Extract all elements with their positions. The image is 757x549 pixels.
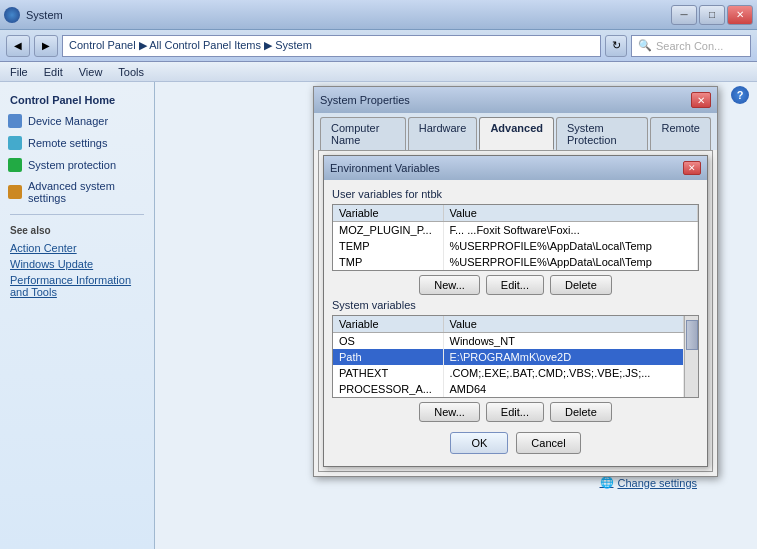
sidebar-divider [10, 214, 144, 215]
ok-button[interactable]: OK [450, 432, 508, 454]
table-row[interactable]: PROCESSOR_A... AMD64 [333, 381, 684, 397]
sys-row2-variable: PATHEXT [333, 365, 443, 381]
search-placeholder: Search Con... [656, 40, 723, 52]
user-new-button[interactable]: New... [419, 275, 480, 295]
user-var-col-variable: Variable [333, 205, 443, 222]
sidebar-action-center[interactable]: Action Center [0, 240, 154, 256]
dialog-close-button[interactable]: ✕ [691, 92, 711, 108]
table-row[interactable]: TMP %USERPROFILE%\AppData\Local\Temp [333, 254, 698, 270]
tab-system-protection[interactable]: System Protection [556, 117, 648, 150]
sidebar-home-link[interactable]: Control Panel Home [0, 90, 154, 110]
sys-row1-variable: Path [333, 349, 443, 365]
user-row2-variable: TMP [333, 254, 443, 270]
sys-var-col-variable: Variable [333, 316, 443, 333]
tab-hardware[interactable]: Hardware [408, 117, 478, 150]
sidebar-item-remote-settings[interactable]: Remote settings [0, 132, 154, 154]
user-table-wrap: Variable Value MOZ_PLUGIN_P... F... ...F… [333, 205, 698, 270]
system-properties-dialog: System Properties ✕ Computer Name Hardwa… [313, 86, 718, 477]
help-button[interactable]: ? [731, 86, 749, 104]
globe-icon: 🌐 [600, 476, 614, 489]
change-settings-link[interactable]: 🌐 Change settings [600, 476, 698, 489]
search-box[interactable]: 🔍 Search Con... [631, 35, 751, 57]
cancel-button[interactable]: Cancel [516, 432, 580, 454]
user-variables-table: Variable Value MOZ_PLUGIN_P... F... ...F… [333, 205, 698, 270]
sys-var-col-value: Value [443, 316, 684, 333]
title-bar-title: System [26, 9, 671, 21]
sidebar-item-advanced-system[interactable]: Advanced system settings [0, 176, 154, 208]
user-variables-label: User variables for ntbk [332, 188, 699, 200]
user-delete-button[interactable]: Delete [550, 275, 612, 295]
sidebar-label-system-protection: System protection [28, 159, 116, 171]
tabs-row: Computer Name Hardware Advanced System P… [314, 113, 717, 150]
title-bar: System ─ □ ✕ [0, 0, 757, 30]
sys-row3-value: AMD64 [443, 381, 684, 397]
sidebar-item-system-protection[interactable]: System protection [0, 154, 154, 176]
bottom-buttons-row: OK Cancel [332, 426, 699, 458]
system-delete-button[interactable]: Delete [550, 402, 612, 422]
see-also-label: See also [0, 221, 154, 240]
system-variables-table-container: Variable Value OS Windows_NT [332, 315, 699, 398]
table-row[interactable]: OS Windows_NT [333, 333, 684, 350]
table-row-selected[interactable]: Path E:\PROGRAMmK\ove2D [333, 349, 684, 365]
advanced-system-icon [8, 185, 22, 199]
sidebar-label-remote-settings: Remote settings [28, 137, 107, 149]
system-edit-button[interactable]: Edit... [486, 402, 544, 422]
system-new-button[interactable]: New... [419, 402, 480, 422]
system-buttons-row: New... Edit... Delete [332, 402, 699, 422]
env-dialog-title-bar: Environment Variables ✕ [324, 156, 707, 180]
sys-row0-value: Windows_NT [443, 333, 684, 350]
sys-row2-value: .COM;.EXE;.BAT;.CMD;.VBS;.VBE;.JS;... [443, 365, 684, 381]
table-row[interactable]: TEMP %USERPROFILE%\AppData\Local\Temp [333, 238, 698, 254]
menu-bar: File Edit View Tools [0, 62, 757, 82]
main-area: Control Panel Home Device Manager Remote… [0, 82, 757, 549]
breadcrumb-text: Control Panel ▶ All Control Panel Items … [69, 39, 312, 52]
menu-edit[interactable]: Edit [44, 66, 63, 78]
window-icon [4, 7, 20, 23]
breadcrumb[interactable]: Control Panel ▶ All Control Panel Items … [62, 35, 601, 57]
tab-advanced[interactable]: Advanced [479, 117, 554, 150]
system-variables-label: System variables [332, 299, 699, 311]
system-variables-table: Variable Value OS Windows_NT [333, 316, 684, 397]
minimize-button[interactable]: ─ [671, 5, 697, 25]
maximize-button[interactable]: □ [699, 5, 725, 25]
user-buttons-row: New... Edit... Delete [332, 275, 699, 295]
user-row0-value: F... ...Foxit Software\Foxi... [443, 222, 698, 239]
sys-row0-variable: OS [333, 333, 443, 350]
close-window-button[interactable]: ✕ [727, 5, 753, 25]
back-button[interactable]: ◀ [6, 35, 30, 57]
table-row[interactable]: MOZ_PLUGIN_P... F... ...Foxit Software\F… [333, 222, 698, 239]
sidebar-item-device-manager[interactable]: Device Manager [0, 110, 154, 132]
menu-tools[interactable]: Tools [118, 66, 144, 78]
system-protection-icon [8, 158, 22, 172]
system-table-scrollbar[interactable] [684, 316, 698, 397]
user-row1-value: %USERPROFILE%\AppData\Local\Temp [443, 238, 698, 254]
user-row0-variable: MOZ_PLUGIN_P... [333, 222, 443, 239]
user-row1-variable: TEMP [333, 238, 443, 254]
dialog-title-bar: System Properties ✕ [314, 87, 717, 113]
system-table-wrap: Variable Value OS Windows_NT [333, 316, 698, 397]
search-icon: 🔍 [638, 39, 652, 52]
sys-row1-value: E:\PROGRAMmK\ove2D [443, 349, 684, 365]
env-dialog-title: Environment Variables [330, 162, 683, 174]
window-controls: ─ □ ✕ [671, 5, 753, 25]
tab-remote[interactable]: Remote [650, 117, 711, 150]
user-row2-value: %USERPROFILE%\AppData\Local\Temp [443, 254, 698, 270]
refresh-button[interactable]: ↻ [605, 35, 627, 57]
change-settings-text: Change settings [618, 477, 698, 489]
forward-button[interactable]: ▶ [34, 35, 58, 57]
tab-computer-name[interactable]: Computer Name [320, 117, 406, 150]
env-dialog-close-button[interactable]: ✕ [683, 161, 701, 175]
user-edit-button[interactable]: Edit... [486, 275, 544, 295]
env-dialog-body: User variables for ntbk Variable Value [324, 180, 707, 466]
sidebar-label-advanced-system: Advanced system settings [28, 180, 146, 204]
table-row[interactable]: PATHEXT .COM;.EXE;.BAT;.CMD;.VBS;.VBE;.J… [333, 365, 684, 381]
menu-file[interactable]: File [10, 66, 28, 78]
device-manager-icon [8, 114, 22, 128]
environment-variables-dialog: Environment Variables ✕ User variables f… [323, 155, 708, 467]
sidebar-windows-update[interactable]: Windows Update [0, 256, 154, 272]
menu-view[interactable]: View [79, 66, 103, 78]
sys-row3-variable: PROCESSOR_A... [333, 381, 443, 397]
scrollbar-thumb [686, 320, 698, 350]
sidebar-performance-info[interactable]: Performance Information and Tools [0, 272, 154, 300]
content-pane: @ 2.53GHz 2.53 GHz for this Display 🌐 Ch… [155, 82, 757, 549]
